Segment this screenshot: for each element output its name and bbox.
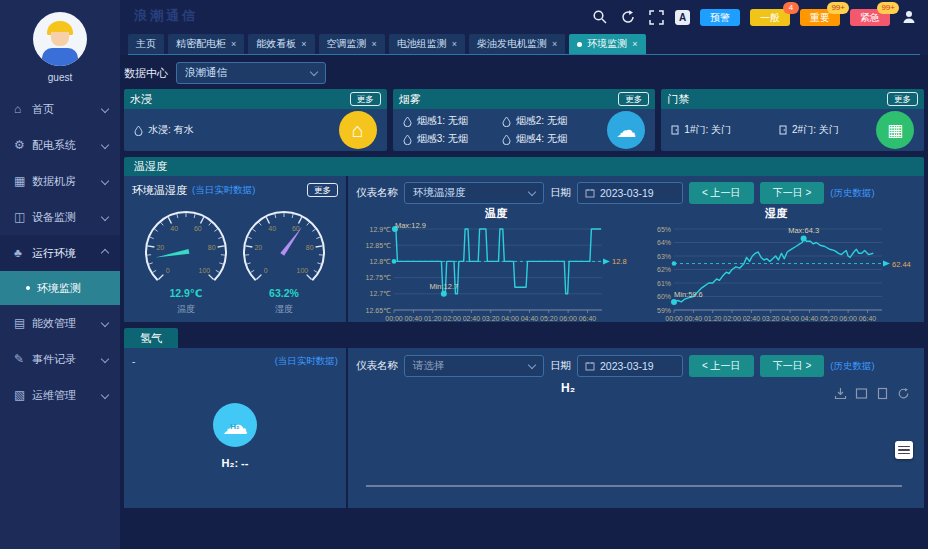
svg-text:62.44: 62.44: [892, 260, 911, 269]
svg-text:02:40: 02:40: [463, 315, 481, 322]
sidebar-nav: ⌂ 首页 ⚙ 配电系统 ▦ 数据机房 ◫ 设备监测 ♣ 运行环境: [0, 91, 120, 413]
sidebar-item-device-monitor[interactable]: ◫ 设备监测: [0, 199, 120, 235]
hydrogen-chart-axis: [366, 485, 902, 487]
topbar-actions: A 预警 一般 4 重要 99+ 紧急 99+: [591, 8, 918, 26]
droplet-icon: [403, 134, 412, 145]
humidity-chart-title: 湿度: [765, 206, 787, 221]
svg-text:59%: 59%: [657, 307, 671, 314]
tab-precision-cabinet[interactable]: 精密配电柜 ×: [168, 34, 244, 54]
next-day-button[interactable]: 下一日 >: [760, 182, 825, 204]
smoke-sensor-item: 烟感2: 无烟: [502, 114, 567, 128]
data-view-icon[interactable]: [855, 387, 868, 400]
fullscreen-icon[interactable]: [647, 8, 665, 26]
smoke-panel-title: 烟雾: [399, 92, 421, 107]
datacenter-select[interactable]: 浪潮通信: [176, 62, 326, 84]
door-panel-title: 门禁: [667, 92, 689, 107]
svg-text:100: 100: [199, 267, 211, 274]
tab-close-icon[interactable]: ×: [301, 39, 306, 49]
tab-close-icon[interactable]: ×: [552, 39, 557, 49]
chevron-down-icon: [101, 213, 109, 221]
magic-type-icon[interactable]: [876, 387, 889, 400]
tab-close-icon[interactable]: ×: [452, 39, 457, 49]
tab-close-icon[interactable]: ×: [632, 39, 637, 49]
alarm-count-badge: 99+: [877, 2, 899, 14]
chevron-down-icon: [528, 188, 536, 196]
chevron-down-icon: [101, 105, 109, 113]
hydrogen-realtime-card: - (当日实时数据) ☁ H₂ H₂: --: [124, 348, 346, 508]
svg-text:04:40: 04:40: [521, 315, 539, 322]
svg-text:40: 40: [170, 225, 178, 232]
svg-text:12.85℃: 12.85℃: [366, 242, 392, 249]
svg-text:60%: 60%: [657, 293, 671, 300]
th-controls: 仪表名称 环境温湿度 日期 2023-03-19 < 上一日 下一日 > (历史: [356, 180, 916, 206]
hydrogen-tab[interactable]: 氢气: [124, 328, 178, 348]
tab-bar: 主页 精密配电柜 × 能效看板 × 空调监测 × 电池组监测 ×: [128, 33, 920, 55]
meter-select[interactable]: 环境温湿度: [404, 182, 544, 204]
restore-icon[interactable]: [897, 387, 910, 400]
water-panel: 水浸 更多 水浸: 有水 ⌂: [124, 89, 387, 151]
date-picker[interactable]: 2023-03-19: [577, 182, 683, 204]
topbar: 浪潮通信 A 预警 一般 4 重要 99+: [120, 0, 928, 55]
sidebar-item-ops-management[interactable]: ▧ 运维管理: [0, 377, 120, 413]
avatar-face: [51, 32, 69, 46]
chevron-down-icon: [101, 319, 109, 327]
device-monitor-icon: ◫: [14, 210, 32, 224]
language-icon[interactable]: A: [675, 10, 690, 25]
svg-text:Min:59.6: Min:59.6: [674, 290, 703, 299]
search-icon[interactable]: [591, 8, 609, 26]
alarm-warning-button[interactable]: 预警: [700, 9, 740, 26]
tab-close-icon[interactable]: ×: [372, 39, 377, 49]
hydrogen-cloud-icon: ☁ H₂: [213, 403, 257, 447]
chevron-up-icon: [101, 249, 109, 257]
h2-meter-select[interactable]: 请选择: [404, 355, 544, 377]
sidebar-item-environment-monitor[interactable]: 环境监测: [0, 271, 120, 305]
hydrogen-value: H₂: --: [222, 457, 249, 469]
avatar[interactable]: [33, 12, 87, 66]
gauges-more-button[interactable]: 更多: [307, 183, 338, 197]
tab-close-icon[interactable]: ×: [231, 39, 236, 49]
sidebar-item-data-room[interactable]: ▦ 数据机房: [0, 163, 120, 199]
sidebar-item-home[interactable]: ⌂ 首页: [0, 91, 120, 127]
sliders-icon: [898, 446, 910, 448]
svg-text:04:00: 04:00: [781, 315, 799, 322]
download-icon[interactable]: [834, 387, 847, 400]
settings-drawer-button[interactable]: [895, 441, 913, 459]
sidebar-item-runtime-environment[interactable]: ♣ 运行环境: [0, 235, 120, 271]
svg-text:02:40: 02:40: [743, 315, 761, 322]
alarm-important-button[interactable]: 重要 99+: [800, 9, 840, 26]
tab-diesel-monitor[interactable]: 柴油发电机监测 ×: [469, 34, 565, 54]
refresh-icon[interactable]: [619, 8, 637, 26]
prev-day-button[interactable]: < 上一日: [689, 182, 754, 204]
svg-text:01:20: 01:20: [704, 315, 722, 322]
svg-text:12.8: 12.8: [612, 257, 627, 266]
svg-text:温度: 温度: [177, 304, 195, 314]
alarm-count-badge: 99+: [827, 2, 849, 14]
svg-text:01:20: 01:20: [424, 315, 442, 322]
door-more-button[interactable]: 更多: [887, 92, 918, 106]
svg-text:80: 80: [306, 244, 314, 251]
svg-text:20: 20: [156, 244, 164, 251]
h2-prev-day-button[interactable]: < 上一日: [689, 355, 754, 377]
user-icon[interactable]: [900, 8, 918, 26]
water-more-button[interactable]: 更多: [350, 92, 381, 106]
svg-text:03:20: 03:20: [482, 315, 500, 322]
alarm-critical-button[interactable]: 紧急 99+: [850, 9, 890, 26]
door-icon: [779, 125, 787, 135]
sidebar-item-event-log[interactable]: ✎ 事件记录: [0, 341, 120, 377]
tab-environment-monitor[interactable]: 环境监测 ×: [569, 34, 645, 54]
sidebar-item-power-system[interactable]: ⚙ 配电系统: [0, 127, 120, 163]
tab-hvac-monitor[interactable]: 空调监测 ×: [319, 34, 385, 54]
realtime-gauges-card: 环境温湿度 (当日实时数据) 更多 02040608010012.9℃温度 02…: [124, 176, 346, 322]
smoke-sensor-item: 烟感3: 无烟: [403, 132, 468, 146]
sidebar-item-energy-management[interactable]: ▤ 能效管理: [0, 305, 120, 341]
tab-energy-board[interactable]: 能效看板 ×: [248, 34, 314, 54]
smoke-more-button[interactable]: 更多: [618, 92, 649, 106]
alarm-general-button[interactable]: 一般 4: [750, 9, 790, 26]
tab-home[interactable]: 主页: [128, 34, 164, 54]
tab-battery-monitor[interactable]: 电池组监测 ×: [389, 34, 465, 54]
h2-date-picker[interactable]: 2023-03-19: [577, 355, 683, 377]
water-status-item: 水浸: 有水: [134, 123, 194, 137]
svg-text:06:00: 06:00: [839, 315, 857, 322]
h2-next-day-button[interactable]: 下一日 >: [760, 355, 825, 377]
svg-text:00:40: 00:40: [405, 315, 423, 322]
